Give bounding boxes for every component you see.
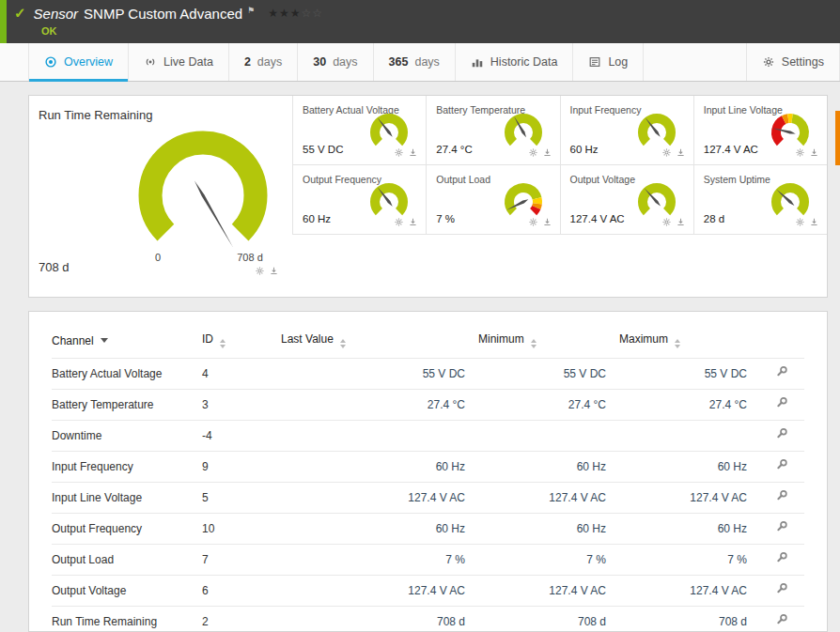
tab-label: Settings: [782, 55, 824, 69]
gauge-pin-icon[interactable]: [809, 217, 819, 227]
channel-settings-button[interactable]: [775, 396, 789, 410]
channel-id: 5: [202, 483, 281, 514]
column-header-maximum[interactable]: Maximum: [619, 327, 760, 359]
tab-settings[interactable]: Settings: [746, 43, 840, 81]
channel-settings-button[interactable]: [775, 582, 789, 596]
table-row: Run Time Remaining 2 708 d 708 d 708 d: [52, 607, 804, 632]
tab-historic-data[interactable]: Historic Data: [456, 43, 574, 81]
channel-id: -4: [202, 421, 281, 452]
channel-settings-button[interactable]: [775, 427, 789, 441]
channel-name[interactable]: Output Voltage: [52, 576, 202, 607]
gauge-settings-icon[interactable]: [661, 147, 672, 158]
channel-settings-button[interactable]: [775, 613, 789, 627]
channel-minimum: 127.4 V AC: [478, 576, 619, 607]
channel-id: 2: [202, 607, 281, 632]
channel-maximum: 55 V DC: [619, 359, 760, 390]
channel-settings-button[interactable]: [775, 520, 789, 534]
tab-label: Overview: [64, 55, 113, 69]
gauge-settings-icon[interactable]: [528, 217, 538, 227]
sort-toggle-icon: [531, 339, 537, 348]
tab-30-days[interactable]: 30 days: [298, 43, 373, 81]
small-gauge-grid: Battery Actual Voltage 55 V DC Battery T…: [292, 96, 827, 297]
gauge-value: 55 V DC: [303, 144, 343, 155]
channel-settings-button[interactable]: [775, 458, 789, 472]
tab-number: 2: [244, 55, 251, 69]
gauge-pin-icon[interactable]: [809, 147, 819, 158]
table-row: Output Frequency 10 60 Hz 60 Hz 60 Hz: [52, 514, 804, 545]
channel-name[interactable]: Downtime: [52, 421, 202, 452]
sort-toggle-icon: [220, 339, 226, 348]
channel-last-value: 55 V DC: [281, 359, 478, 390]
gauge-cell: System Uptime 28 d: [693, 165, 827, 235]
channel-last-value: 60 Hz: [281, 452, 478, 483]
gauge-cell: Battery Actual Voltage 55 V DC: [292, 96, 426, 165]
channel-maximum: 60 Hz: [619, 514, 760, 545]
table-row: Battery Temperature 3 27.4 °C 27.4 °C 27…: [52, 390, 804, 421]
channel-minimum: 7 %: [478, 545, 619, 576]
channel-settings-button[interactable]: [775, 365, 789, 379]
table-row: Battery Actual Voltage 4 55 V DC 55 V DC…: [52, 359, 804, 390]
gauge-pin-icon[interactable]: [676, 217, 686, 227]
table-row: Output Load 7 7 % 7 % 7 %: [52, 545, 804, 576]
channel-last-value: 7 %: [281, 545, 478, 576]
gauge-settings-icon[interactable]: [255, 266, 265, 276]
gauge-pin-icon[interactable]: [542, 217, 552, 227]
channel-minimum: 127.4 V AC: [478, 483, 619, 514]
overview-icon: [44, 55, 57, 69]
channel-name[interactable]: Run Time Remaining: [52, 607, 202, 632]
gauge-settings-icon[interactable]: [394, 147, 404, 158]
gauge-pin-icon[interactable]: [408, 147, 418, 158]
channel-settings-button[interactable]: [775, 551, 789, 565]
gauge-settings-icon[interactable]: [661, 217, 672, 227]
tab-2-days[interactable]: 2 days: [229, 43, 298, 81]
tab-overview[interactable]: Overview: [28, 43, 129, 81]
channel-minimum: 27.4 °C: [478, 390, 619, 421]
column-header-last-value[interactable]: Last Value: [281, 327, 478, 359]
column-header-id[interactable]: ID: [202, 327, 281, 359]
channel-id: 7: [202, 545, 281, 576]
priority-stars[interactable]: ★★★☆☆: [268, 7, 323, 20]
channel-maximum: 127.4 V AC: [619, 483, 760, 514]
channel-table: Channel ID Last Value Minimum Maximum Ba…: [52, 327, 804, 632]
gauge-cell: Output Voltage 127.4 V AC: [560, 165, 693, 235]
channel-maximum: 708 d: [619, 607, 760, 632]
gauge-settings-icon[interactable]: [795, 147, 805, 158]
gauge-pin-icon[interactable]: [676, 147, 686, 158]
live-data-icon: [144, 55, 157, 69]
gauge-settings-icon[interactable]: [795, 217, 805, 227]
channel-id: 10: [202, 514, 281, 545]
channel-id: 9: [202, 452, 281, 483]
tab-number: 30: [313, 55, 326, 69]
channel-id: 3: [202, 390, 281, 421]
gauge-value: 127.4 V AC: [704, 144, 758, 155]
main-gauge: [123, 115, 283, 274]
channel-minimum: 60 Hz: [478, 514, 619, 545]
table-row: Output Voltage 6 127.4 V AC 127.4 V AC 1…: [52, 576, 804, 607]
channel-name[interactable]: Battery Actual Voltage: [52, 359, 202, 390]
tab-365-days[interactable]: 365 days: [374, 43, 456, 81]
channel-settings-button[interactable]: [775, 489, 789, 503]
channel-name[interactable]: Input Line Voltage: [52, 483, 202, 514]
channel-last-value: [281, 421, 478, 452]
tab-log[interactable]: Log: [573, 43, 644, 81]
channel-name[interactable]: Output Load: [52, 545, 202, 576]
tab-live-data[interactable]: Live Data: [129, 43, 229, 81]
column-header-channel[interactable]: Channel: [52, 327, 202, 359]
flag-icon[interactable]: ⚑: [247, 6, 255, 15]
gauge-cell: Input Line Voltage 127.4 V AC: [693, 96, 827, 165]
gauge-settings-icon[interactable]: [528, 147, 538, 158]
gauge-value: 60 Hz: [303, 213, 331, 224]
channel-name[interactable]: Battery Temperature: [52, 390, 202, 421]
gauge-pin-icon[interactable]: [269, 266, 279, 276]
right-edge-marker: [835, 111, 840, 165]
column-header-minimum[interactable]: Minimum: [478, 327, 619, 359]
channel-name[interactable]: Output Frequency: [52, 514, 202, 545]
gauge-value: 28 d: [704, 213, 724, 224]
bar-chart-icon: [471, 55, 484, 69]
gauge-pin-icon[interactable]: [542, 147, 552, 158]
channel-name[interactable]: Input Frequency: [52, 452, 202, 483]
main-content: Run Time Remaining 0 708 d 708 d Battery…: [0, 82, 840, 632]
gauge-settings-icon[interactable]: [394, 217, 404, 227]
table-row: Downtime -4: [52, 421, 804, 452]
gauge-pin-icon[interactable]: [408, 217, 418, 227]
